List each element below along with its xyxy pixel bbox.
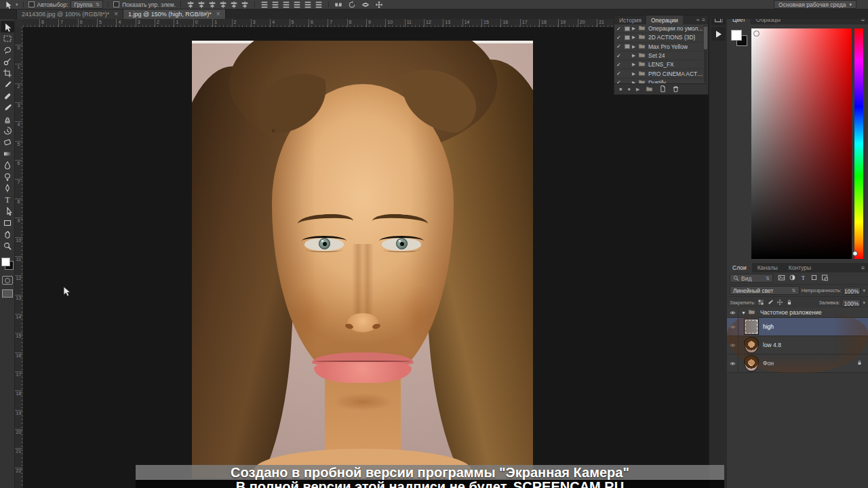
new-action-icon[interactable] [659, 85, 667, 94]
tab-document-2[interactable]: 1.jpg @ 150% (high, RGB/8#)* × [123, 9, 226, 19]
tab-document-1[interactable]: 2414308.jpg @ 100% (RGB/8*)* × [17, 9, 123, 19]
tool-rectangle-shape[interactable] [1, 217, 14, 228]
dialog-toggle-icon[interactable] [625, 44, 630, 49]
pan-3d-icon[interactable] [374, 1, 384, 9]
expand-set-icon[interactable]: ▶ [632, 26, 635, 31]
orbit-3d-icon[interactable] [361, 1, 370, 9]
foreground-color-swatch[interactable] [1, 258, 10, 266]
caret-down-icon[interactable]: ▾ [863, 288, 865, 293]
dialog-toggle-icon[interactable] [625, 62, 630, 67]
fill-value[interactable]: 100% [842, 299, 861, 307]
play-action-icon[interactable]: ▶ [636, 87, 639, 92]
move-tool-preset-icon[interactable] [3, 1, 13, 9]
distribute-horizontal-centers-icon[interactable] [303, 1, 313, 9]
tool-crop[interactable] [1, 67, 14, 79]
distribute-vertical-centers-icon[interactable] [271, 1, 280, 9]
close-tab-icon[interactable]: × [114, 11, 118, 18]
toggle-item-check-icon[interactable]: ✓ [616, 62, 623, 68]
layer-filter-type-select[interactable]: Вид ⇅ [730, 274, 773, 283]
action-set-row[interactable]: ✓▶PRO CINEMA ACTI... [614, 69, 703, 78]
expand-set-icon[interactable]: ▶ [632, 71, 635, 77]
saturation-brightness-field[interactable] [751, 28, 852, 259]
tab-layers[interactable]: Слои [727, 263, 752, 272]
tool-move[interactable] [1, 21, 14, 33]
tool-eyedropper[interactable] [1, 79, 14, 90]
tool-lasso[interactable] [1, 44, 14, 56]
align-left-edges-icon[interactable] [186, 1, 195, 9]
tool-dodge[interactable] [1, 171, 14, 182]
distribute-right-icon[interactable] [314, 1, 323, 9]
distribute-top-icon[interactable] [260, 1, 269, 9]
hue-slider[interactable] [854, 28, 863, 259]
dialog-toggle-icon[interactable] [625, 26, 630, 31]
toggle-item-check-icon[interactable]: ✓ [616, 26, 623, 32]
horizontal-ruler[interactable]: 8765432101234567891011121314151617181920… [23, 19, 709, 28]
smart-object-filter-icon[interactable] [821, 274, 829, 283]
action-set-row[interactable]: ✓▶Dustify [614, 79, 703, 83]
lock-transparency-icon[interactable] [757, 299, 764, 307]
image-filter-icon[interactable] [778, 274, 785, 283]
layer-row[interactable]: Фон [727, 354, 868, 373]
autoselect-group-select[interactable]: Группа ⇅ [71, 0, 103, 9]
tool-zoom[interactable] [1, 240, 14, 251]
tab-actions[interactable]: Операции [646, 16, 683, 24]
auto-align-icon[interactable] [334, 1, 343, 9]
type-filter-icon[interactable]: T [800, 274, 807, 283]
lock-all-icon[interactable] [786, 299, 793, 307]
shape-filter-icon[interactable] [810, 274, 818, 283]
expand-set-icon[interactable]: ▶ [632, 44, 635, 49]
show-transform-controls-checkbox[interactable] [113, 1, 119, 7]
delete-action-icon[interactable] [672, 85, 679, 94]
action-set-row[interactable]: ✓▶Max Pro Yellow [614, 43, 703, 52]
screen-mode-button[interactable] [2, 289, 13, 298]
align-vertical-centers-icon[interactable] [229, 1, 239, 9]
action-set-row[interactable]: ✓▶Операции по умол... [614, 24, 703, 33]
dialog-toggle-icon[interactable] [625, 71, 630, 76]
color-field-marker[interactable] [753, 30, 760, 37]
opacity-value[interactable]: 100% [844, 287, 861, 295]
toggle-item-check-icon[interactable]: ✓ [616, 35, 623, 41]
align-bottom-edges-icon[interactable] [240, 1, 250, 9]
distribute-bottom-icon[interactable] [281, 1, 291, 9]
caret-down-icon[interactable]: ▾ [863, 300, 865, 306]
lock-pixels-icon[interactable] [767, 299, 774, 307]
align-right-edges-icon[interactable] [208, 1, 217, 9]
rotate-3d-icon[interactable] [347, 1, 357, 9]
panel-menu-icon[interactable]: ≡ [861, 264, 865, 271]
action-set-row[interactable]: ✓▶LENS_FX [614, 60, 703, 69]
begin-recording-icon[interactable]: ● [627, 86, 631, 92]
toolbar-collapse-strip[interactable] [0, 9, 17, 19]
collapse-panel-icon[interactable]: » [696, 17, 699, 23]
autoselect-checkbox[interactable] [28, 1, 35, 7]
actions-scrollbar[interactable] [704, 25, 707, 83]
stop-recording-icon[interactable]: ■ [619, 87, 622, 92]
canvas-area[interactable] [23, 27, 709, 488]
layer-visibility-toggle[interactable] [727, 354, 738, 372]
foreground-background-swatches[interactable] [731, 30, 747, 46]
toggle-item-check-icon[interactable]: ✓ [616, 70, 623, 77]
tool-gradient[interactable] [1, 148, 14, 159]
expand-set-icon[interactable]: ▶ [632, 35, 635, 40]
group-expand-icon[interactable]: ▼ [741, 310, 746, 315]
action-set-row[interactable]: ✓▶2D ACTIONS (3D) [614, 33, 703, 42]
tab-channels[interactable]: Каналы [752, 263, 783, 272]
close-tab-icon[interactable]: × [216, 11, 220, 18]
action-set-row[interactable]: ✓▶Set 24 [614, 52, 703, 60]
blend-mode-select[interactable]: Линейный свет ⇅ [730, 286, 800, 295]
tool-path-selection[interactable] [1, 205, 14, 217]
tab-paths[interactable]: Контуры [783, 263, 816, 272]
tool-spot-healing-brush[interactable] [1, 90, 14, 102]
quick-mask-mode-button[interactable] [2, 276, 13, 285]
dialog-toggle-icon[interactable] [625, 54, 630, 58]
foreground-background-colors[interactable] [1, 258, 14, 270]
tool-pen[interactable] [1, 182, 14, 194]
tool-hand[interactable] [1, 228, 14, 240]
tool-type[interactable]: T [1, 194, 14, 205]
play-collapsed-icon[interactable] [711, 27, 726, 41]
tool-blur[interactable] [1, 159, 14, 171]
new-action-set-icon[interactable] [645, 85, 654, 94]
hue-slider-marker[interactable] [852, 251, 858, 256]
align-horizontal-centers-icon[interactable] [197, 1, 206, 9]
layer-visibility-toggle[interactable] [727, 308, 738, 317]
adjustment-filter-icon[interactable] [789, 274, 796, 283]
